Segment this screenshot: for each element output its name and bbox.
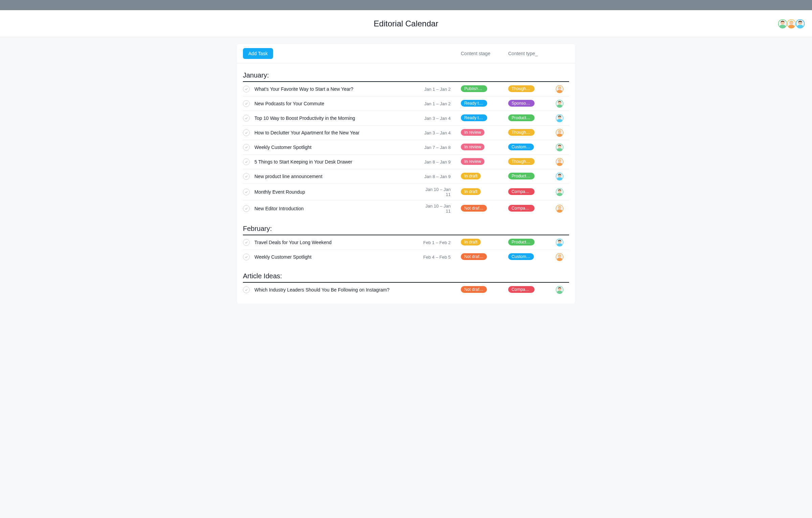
type-tag[interactable]: Compan… [508, 205, 535, 212]
type-tag[interactable]: Sponsor… [508, 100, 535, 107]
task-assignee[interactable] [556, 204, 569, 213]
type-tag[interactable]: Product … [508, 239, 535, 245]
task-type[interactable]: Product … [508, 114, 556, 122]
task-type[interactable]: Product … [508, 173, 556, 180]
task-row[interactable]: New Editor IntroductionJan 10 – Jan 11No… [243, 200, 569, 217]
assignee-avatar[interactable] [556, 253, 564, 261]
type-tag[interactable]: Custom… [508, 144, 534, 150]
task-stage[interactable]: In draft [461, 239, 508, 246]
task-assignee[interactable] [556, 158, 569, 166]
section-title[interactable]: February: [243, 220, 569, 235]
stage-tag[interactable]: In review [461, 144, 484, 150]
task-type[interactable]: Compan… [508, 205, 556, 213]
task-type[interactable]: Sponsor… [508, 100, 556, 108]
task-assignee[interactable] [556, 286, 569, 294]
task-title[interactable]: How to Declutter Your Apartment for the … [254, 130, 420, 135]
task-stage[interactable]: In draft [461, 173, 508, 180]
collaborator-avatar[interactable] [795, 19, 805, 29]
stage-tag[interactable]: In draft [461, 173, 481, 179]
stage-tag[interactable]: Published! [461, 85, 487, 92]
column-header-stage[interactable]: Content stage [461, 51, 508, 56]
complete-check-icon[interactable] [243, 239, 250, 246]
task-assignee[interactable] [556, 85, 569, 93]
complete-check-icon[interactable] [243, 144, 250, 151]
section-title[interactable]: January: [243, 67, 569, 82]
assignee-avatar[interactable] [556, 172, 564, 180]
task-title[interactable]: What's Your Favorite Way to Start a New … [254, 86, 420, 92]
task-type[interactable]: Compan… [508, 286, 556, 294]
task-title[interactable]: Weekly Customer Spotlight [254, 254, 420, 260]
section-title[interactable]: Article Ideas: [243, 267, 569, 283]
task-row[interactable]: New product line announcementJan 8 – Jan… [243, 169, 569, 184]
task-stage[interactable]: Ready to… [461, 114, 508, 122]
task-row[interactable]: 5 Things to Start Keeping in Your Desk D… [243, 155, 569, 169]
task-stage[interactable]: In review [461, 129, 508, 137]
task-stage[interactable]: In review [461, 144, 508, 151]
task-type[interactable]: Compan… [508, 188, 556, 196]
collaborator-avatars[interactable] [779, 19, 805, 29]
task-title[interactable]: Travel Deals for Your Long Weekend [254, 240, 420, 245]
task-row[interactable]: Travel Deals for Your Long WeekendFeb 1 … [243, 235, 569, 250]
assignee-avatar[interactable] [556, 143, 564, 151]
task-stage[interactable]: Published! [461, 85, 508, 93]
task-stage[interactable]: In review [461, 158, 508, 166]
complete-check-icon[interactable] [243, 286, 250, 293]
task-row[interactable]: What's Your Favorite Way to Start a New … [243, 82, 569, 96]
type-tag[interactable]: Product … [508, 173, 535, 179]
task-title[interactable]: Which Industry Leaders Should You Be Fol… [254, 287, 420, 293]
task-row[interactable]: Weekly Customer SpotlightFeb 4 – Feb 5No… [243, 250, 569, 264]
assignee-avatar[interactable] [556, 129, 564, 137]
complete-check-icon[interactable] [243, 205, 250, 212]
complete-check-icon[interactable] [243, 173, 250, 180]
assignee-avatar[interactable] [556, 188, 564, 196]
task-assignee[interactable] [556, 253, 569, 261]
type-tag[interactable]: Thought… [508, 85, 535, 92]
type-tag[interactable]: Product … [508, 114, 535, 121]
complete-check-icon[interactable] [243, 129, 250, 136]
type-tag[interactable]: Custom… [508, 253, 534, 260]
complete-check-icon[interactable] [243, 254, 250, 260]
task-row[interactable]: Weekly Customer SpotlightJan 7 – Jan 8In… [243, 140, 569, 155]
task-type[interactable]: Thought… [508, 85, 556, 93]
task-title[interactable]: Weekly Customer Spotlight [254, 145, 420, 150]
stage-tag[interactable]: Not draf… [461, 286, 487, 293]
task-stage[interactable]: Not draf… [461, 253, 508, 261]
stage-tag[interactable]: Not draf… [461, 253, 487, 260]
task-stage[interactable]: Not draf… [461, 286, 508, 294]
stage-tag[interactable]: In draft [461, 188, 481, 195]
complete-check-icon[interactable] [243, 100, 250, 107]
task-assignee[interactable] [556, 172, 569, 180]
stage-tag[interactable]: Ready to… [461, 100, 487, 107]
assignee-avatar[interactable] [556, 286, 564, 294]
task-stage[interactable]: In draft [461, 188, 508, 196]
type-tag[interactable]: Compan… [508, 188, 535, 195]
task-assignee[interactable] [556, 238, 569, 246]
task-title[interactable]: New Editor Introduction [254, 206, 420, 211]
task-row[interactable]: Which Industry Leaders Should You Be Fol… [243, 283, 569, 297]
task-assignee[interactable] [556, 129, 569, 137]
task-row[interactable]: Monthly Event RoundupJan 10 – Jan 11In d… [243, 184, 569, 200]
assignee-avatar[interactable] [556, 158, 564, 166]
complete-check-icon[interactable] [243, 115, 250, 122]
assignee-avatar[interactable] [556, 238, 564, 246]
task-title[interactable]: 5 Things to Start Keeping in Your Desk D… [254, 159, 420, 165]
type-tag[interactable]: Thought… [508, 158, 535, 165]
task-type[interactable]: Custom… [508, 253, 556, 261]
type-tag[interactable]: Thought… [508, 129, 535, 136]
task-stage[interactable]: Not draf… [461, 205, 508, 213]
stage-tag[interactable]: In review [461, 129, 484, 136]
add-task-button[interactable]: Add Task [243, 48, 273, 59]
complete-check-icon[interactable] [243, 189, 250, 195]
assignee-avatar[interactable] [556, 114, 564, 122]
task-type[interactable]: Custom… [508, 144, 556, 151]
column-header-type[interactable]: Content type_ [508, 51, 556, 56]
task-type[interactable]: Thought… [508, 158, 556, 166]
assignee-avatar[interactable] [556, 85, 564, 93]
stage-tag[interactable]: In draft [461, 239, 481, 245]
complete-check-icon[interactable] [243, 86, 250, 92]
task-assignee[interactable] [556, 143, 569, 151]
task-assignee[interactable] [556, 114, 569, 122]
task-row[interactable]: Top 10 Way to Boost Productivity in the … [243, 111, 569, 126]
task-title[interactable]: New Podcasts for Your Commute [254, 101, 420, 106]
task-assignee[interactable] [556, 188, 569, 196]
